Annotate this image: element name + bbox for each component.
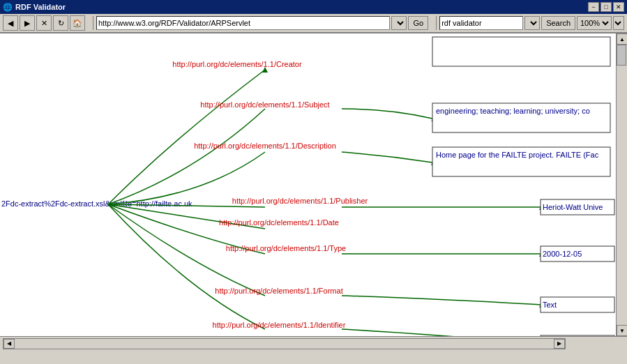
scroll-up-button[interactable]: ▲	[617, 33, 627, 45]
search-input[interactable]	[439, 16, 523, 30]
scroll-left-button[interactable]: ◀	[3, 339, 15, 349]
minimize-button[interactable]: −	[588, 2, 599, 12]
status-bar: ◀ ▶	[0, 336, 627, 350]
url-input[interactable]	[96, 16, 390, 30]
zoom-select[interactable]: 100% 75% 125%	[577, 16, 612, 30]
svg-text:http://purl.org/dc/elements/1.: http://purl.org/dc/elements/1.1/Creator	[172, 60, 302, 68]
svg-text:http://purl.org/dc/elements/1.: http://purl.org/dc/elements/1.1/Type	[226, 244, 346, 252]
svg-text:Home page for the FAILTE proje: Home page for the FAILTE project. FAILTE…	[436, 151, 599, 159]
svg-text:http://purl.org/dc/elements/1.: http://purl.org/dc/elements/1.1/Descript…	[194, 142, 336, 150]
refresh-button[interactable]: ↻	[53, 15, 68, 31]
url-dropdown[interactable]	[391, 16, 407, 30]
svg-text:2Fdc-extract%2Fdc-extract.xsl&: 2Fdc-extract%2Fdc-extract.xsl&xmlfile=ht…	[1, 199, 192, 208]
scrollbar-thumb-v[interactable]	[617, 45, 626, 66]
stop-button[interactable]: ✕	[36, 15, 52, 31]
horizontal-scrollbar[interactable]: ◀ ▶	[3, 338, 566, 349]
back-button[interactable]: ◀	[3, 15, 18, 31]
svg-text:http://purl.org/dc/elements/1.: http://purl.org/dc/elements/1.1/Date	[219, 218, 339, 227]
zoom-dropdown[interactable]	[613, 16, 624, 30]
window-title: RDF Validator	[15, 3, 66, 11]
scroll-down-button[interactable]: ▼	[617, 325, 627, 336]
go-button[interactable]: Go	[408, 16, 428, 30]
maximize-button[interactable]: □	[600, 2, 612, 12]
svg-text:Heriot-Watt Unive: Heriot-Watt Unive	[543, 203, 603, 211]
close-button[interactable]: ✕	[613, 2, 624, 12]
title-bar-controls: − □ ✕	[588, 2, 624, 12]
browser-window: 2Fdc-extract%2Fdc-extract.xsl&xmlfile=ht…	[0, 33, 627, 336]
svg-text:http://purl.org/dc/elements/1.: http://purl.org/dc/elements/1.1/Format	[215, 287, 342, 295]
scroll-right-button[interactable]: ▶	[554, 339, 565, 349]
address-bar: Go	[96, 16, 428, 30]
home-button[interactable]: 🏠	[70, 15, 85, 31]
svg-rect-28	[432, 37, 610, 66]
vertical-scrollbar[interactable]: ▲ ▼	[616, 33, 627, 336]
forward-button[interactable]: ▶	[20, 15, 35, 31]
search-button[interactable]: Search	[541, 16, 575, 30]
svg-text:2000-12-05: 2000-12-05	[543, 250, 582, 258]
app-icon: 🌐	[3, 3, 13, 12]
svg-rect-26	[541, 335, 614, 336]
content-area: 2Fdc-extract%2Fdc-extract.xsl&xmlfile=ht…	[0, 33, 616, 336]
svg-text:Text: Text	[543, 301, 557, 309]
scrollbar-track-v[interactable]	[617, 45, 627, 325]
scrollbar-track-h[interactable]	[15, 339, 554, 349]
toolbar: ◀ ▶ ✕ ↻ 🏠 Go Search 100% 75% 125%	[0, 14, 627, 33]
svg-text:http://purl.org/dc/elements/1.: http://purl.org/dc/elements/1.1/Publishe…	[232, 197, 368, 205]
title-bar: 🌐 RDF Validator − □ ✕	[0, 0, 627, 14]
search-dropdown[interactable]	[524, 16, 540, 30]
rdf-graph-svg: 2Fdc-extract%2Fdc-extract.xsl&xmlfile=ht…	[0, 33, 616, 336]
svg-text:http://purl.org/dc/elements/1.: http://purl.org/dc/elements/1.1/Subject	[200, 100, 329, 109]
svg-text:engineering; teaching; learnin: engineering; teaching; learning; univers…	[436, 107, 590, 115]
title-bar-left: 🌐 RDF Validator	[3, 3, 66, 12]
svg-text:http://purl.org/dc/elements/1.: http://purl.org/dc/elements/1.1/Identifi…	[213, 321, 346, 329]
